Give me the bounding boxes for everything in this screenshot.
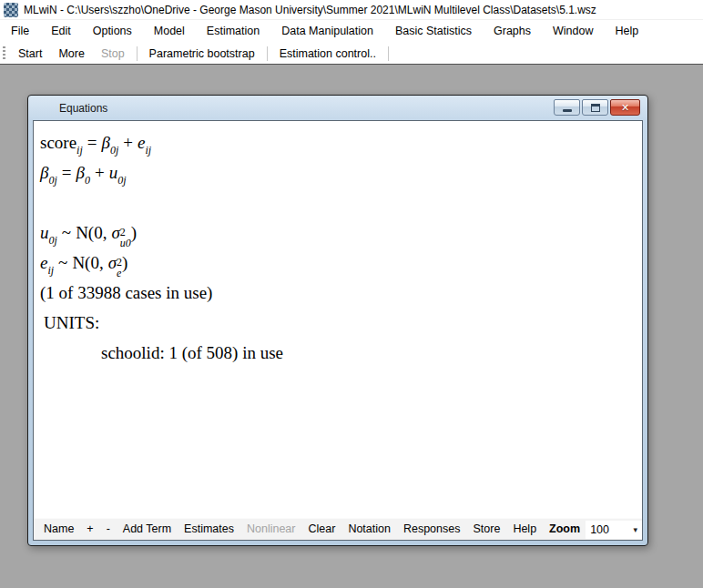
sigma-term[interactable]: σ xyxy=(111,223,119,242)
subscript: 0j xyxy=(49,234,57,247)
subscript: ij xyxy=(76,144,83,157)
equals-sign: = xyxy=(87,133,97,152)
minimize-button[interactable] xyxy=(554,99,580,116)
menu-window[interactable]: Window xyxy=(542,20,604,43)
beta-term[interactable]: β xyxy=(76,163,85,182)
menu-model[interactable]: Model xyxy=(143,20,196,43)
random-effect-term[interactable]: u xyxy=(109,163,118,182)
menu-options[interactable]: Options xyxy=(82,20,143,43)
cases-in-use-note: (1 of 33988 cases in use) xyxy=(40,278,637,308)
start-button[interactable]: Start xyxy=(10,44,50,64)
equations-display[interactable]: scoreij=β0j+eij β0j=β0+u0j u0j~N(0,σ2u0)… xyxy=(34,121,642,518)
subscript: 0j xyxy=(48,174,56,187)
menubar: File Edit Options Model Estimation Data … xyxy=(0,20,703,43)
beta-term[interactable]: β xyxy=(101,133,109,152)
close-button[interactable]: ✕ xyxy=(610,99,640,116)
mlwin-app-icon xyxy=(4,3,18,17)
parametric-bootstrap-button[interactable]: Parametric bootstrap xyxy=(141,44,263,64)
sigma-term[interactable]: σ xyxy=(108,253,117,272)
app-title: MLwiN - C:\Users\szzho\OneDrive - George… xyxy=(24,4,596,16)
normal-distribution: N(0, xyxy=(76,223,107,242)
minus-button[interactable]: - xyxy=(100,519,117,540)
units-schoolid-line: schoolid: 1 (of 508) in use xyxy=(40,338,637,368)
equals-sign: = xyxy=(62,163,72,182)
menu-help[interactable]: Help xyxy=(605,20,650,43)
stop-button: Stop xyxy=(93,44,133,64)
toolbar-separator xyxy=(137,46,138,61)
add-term-button[interactable]: Add Term xyxy=(117,519,178,540)
normal-distribution: N(0, xyxy=(72,253,103,272)
equation-u-distribution[interactable]: u0j~N(0,σ2u0) xyxy=(40,218,637,248)
close-paren: ) xyxy=(122,253,127,272)
menu-edit[interactable]: Edit xyxy=(40,20,82,43)
minimize-icon xyxy=(563,109,572,112)
equation-level1[interactable]: scoreij=β0j+eij xyxy=(40,127,637,157)
tilde-sign: ~ xyxy=(62,223,71,242)
estimation-toolbar: Start More Stop Parametric bootstrap Est… xyxy=(0,43,703,65)
tilde-sign: ~ xyxy=(58,253,67,272)
equation-e-distribution[interactable]: eij~N(0,σ2e) xyxy=(40,248,637,278)
subscript: ij xyxy=(145,144,151,157)
app-titlebar: MLwiN - C:\Users\szzho\OneDrive - George… xyxy=(0,0,703,20)
more-button[interactable]: More xyxy=(50,44,92,64)
store-button[interactable]: Store xyxy=(466,519,506,540)
sigma-supsub: 2u0 xyxy=(120,227,131,248)
notation-button[interactable]: Notation xyxy=(341,519,397,540)
zoom-label: Zoom xyxy=(543,519,583,540)
zoom-level-select[interactable]: 100 ▾ xyxy=(586,521,642,539)
window-controls: ✕ xyxy=(554,99,640,116)
plus-button[interactable]: + xyxy=(80,519,99,540)
response-variable: score xyxy=(40,133,76,152)
equations-window-title: Equations xyxy=(59,102,107,115)
menu-file[interactable]: File xyxy=(0,20,40,43)
mdi-workspace: Equations ✕ scoreij=β0j+eij β0j=β0+u0j u… xyxy=(0,66,703,588)
chevron-down-icon: ▾ xyxy=(633,525,637,534)
subscript: 0j xyxy=(117,174,126,187)
plus-sign: + xyxy=(95,163,105,182)
toolbar-separator xyxy=(388,46,389,61)
responses-button[interactable]: Responses xyxy=(397,519,467,540)
maximize-button[interactable] xyxy=(582,99,608,116)
close-paren: ) xyxy=(131,223,137,242)
random-effect-term[interactable]: u xyxy=(40,223,49,242)
equations-window-titlebar[interactable]: Equations ✕ xyxy=(28,96,647,120)
equations-client-area: scoreij=β0j+eij β0j=β0+u0j u0j~N(0,σ2u0)… xyxy=(33,120,643,541)
blank-line xyxy=(40,188,637,218)
menu-graphs[interactable]: Graphs xyxy=(483,20,542,43)
menu-data-manipulation[interactable]: Data Manipulation xyxy=(270,20,384,43)
equation-level2[interactable]: β0j=β0+u0j xyxy=(40,157,637,188)
clear-button[interactable]: Clear xyxy=(302,519,342,540)
subscript: 0j xyxy=(110,144,118,157)
toolbar-separator xyxy=(267,46,268,61)
subscript: 0 xyxy=(85,174,90,187)
name-button[interactable]: Name xyxy=(37,519,80,540)
menu-basic-statistics[interactable]: Basic Statistics xyxy=(384,20,483,43)
toolbar-grip-handle[interactable] xyxy=(3,46,5,61)
equations-footer-toolbar: Name + - Add Term Estimates Nonlinear Cl… xyxy=(34,518,642,540)
maximize-icon xyxy=(591,104,600,112)
estimates-button[interactable]: Estimates xyxy=(178,519,240,540)
equations-window: Equations ✕ scoreij=β0j+eij β0j=β0+u0j u… xyxy=(27,95,648,546)
help-button[interactable]: Help xyxy=(506,519,543,540)
nonlinear-button: Nonlinear xyxy=(240,519,302,540)
zoom-level-value: 100 xyxy=(590,523,609,536)
estimation-control-button[interactable]: Estimation control.. xyxy=(271,44,384,64)
subscript: ij xyxy=(47,264,54,277)
plus-sign: + xyxy=(123,133,133,152)
menu-estimation[interactable]: Estimation xyxy=(196,20,270,43)
close-icon: ✕ xyxy=(621,100,629,115)
units-heading: UNITS: xyxy=(40,308,637,338)
